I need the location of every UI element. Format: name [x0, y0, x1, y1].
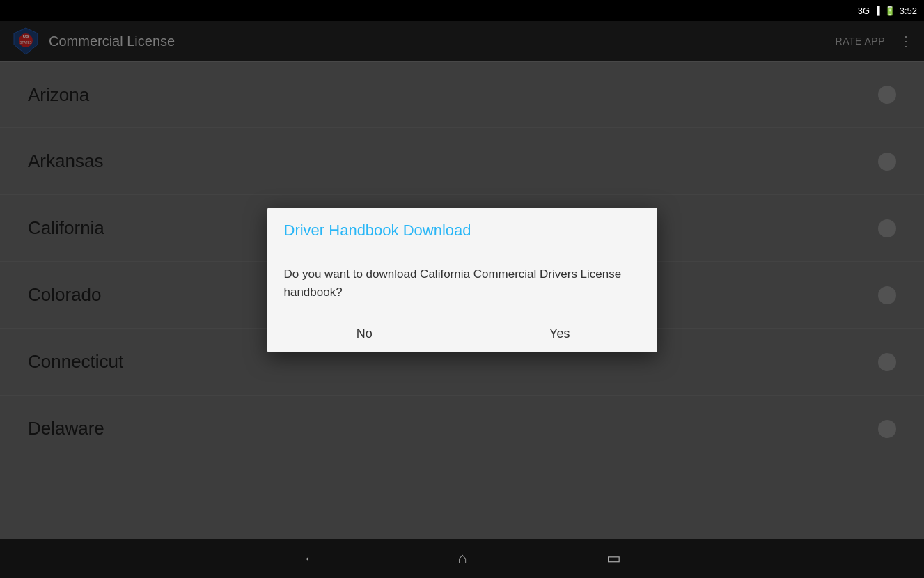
dialog-title: Driver Handbook Download	[267, 208, 657, 251]
nav-bar: ← ⌂ ▭	[0, 539, 924, 578]
recents-button[interactable]: ▭	[606, 549, 621, 568]
signal-icon: ▐	[874, 6, 880, 15]
status-bar: 3G ▐ 🔋 3:52	[0, 0, 924, 21]
dialog-body: Do you want to download California Comme…	[267, 251, 657, 315]
download-dialog: Driver Handbook Download Do you want to …	[267, 208, 657, 352]
back-button[interactable]: ←	[303, 549, 318, 568]
dialog-no-button[interactable]: No	[267, 315, 463, 352]
home-button[interactable]: ⌂	[457, 549, 467, 568]
dialog-actions: No Yes	[267, 315, 657, 352]
dialog-yes-button[interactable]: Yes	[462, 315, 657, 352]
dialog-overlay: Driver Handbook Download Do you want to …	[0, 21, 924, 539]
signal-indicator: 3G	[858, 6, 870, 16]
clock: 3:52	[900, 6, 917, 16]
battery-icon: 🔋	[884, 6, 895, 16]
